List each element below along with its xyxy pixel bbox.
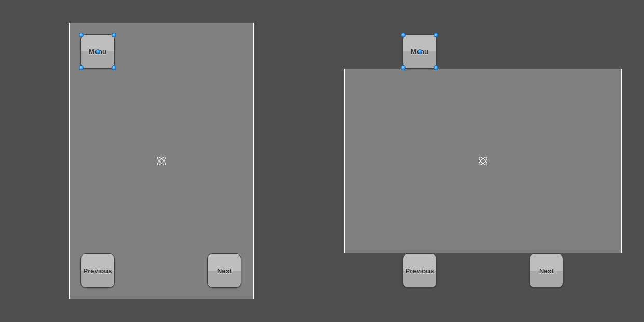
button-label: Menu xyxy=(89,48,106,56)
layout-canvas-landscape[interactable] xyxy=(344,69,622,253)
menu-button[interactable]: Menu xyxy=(403,34,437,69)
placeholder-pinwheel-icon xyxy=(477,155,489,167)
button-label: Menu xyxy=(411,48,428,56)
previous-button[interactable]: Previous xyxy=(81,253,115,288)
menu-button[interactable]: Menu xyxy=(81,34,115,69)
button-label: Next xyxy=(217,267,232,275)
button-label: Next xyxy=(539,267,554,275)
button-label: Previous xyxy=(406,267,434,275)
next-button[interactable]: Next xyxy=(529,253,564,288)
resize-handle-tl[interactable] xyxy=(401,33,406,37)
resize-handle-tr[interactable] xyxy=(434,33,438,37)
next-button[interactable]: Next xyxy=(207,253,242,288)
previous-button[interactable]: Previous xyxy=(403,253,437,288)
placeholder-pinwheel-icon xyxy=(156,155,167,167)
button-label: Previous xyxy=(84,267,112,275)
